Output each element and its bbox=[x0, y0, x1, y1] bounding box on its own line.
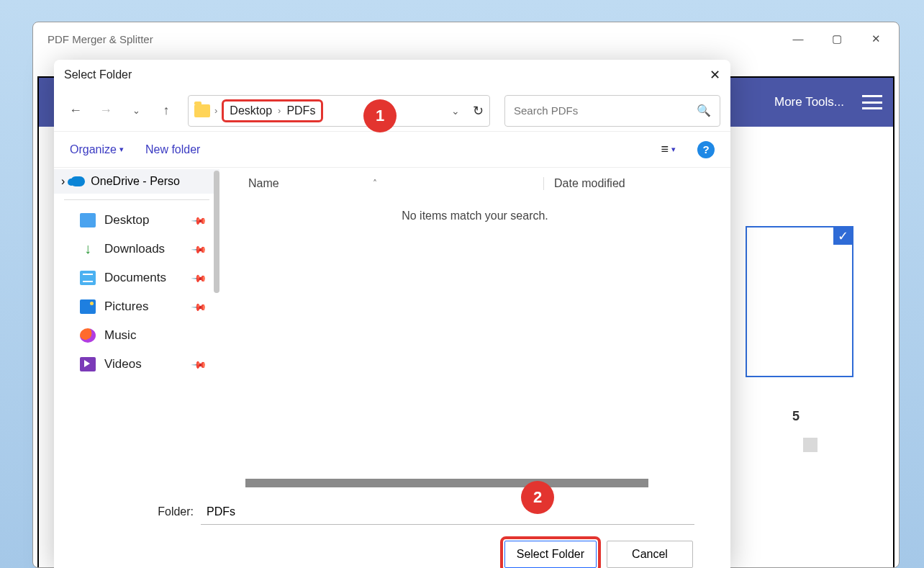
dialog-title: Select Folder bbox=[64, 68, 132, 81]
sidebar-item-onedrive[interactable]: › OneDrive - Perso bbox=[54, 169, 219, 194]
sidebar-item-desktop[interactable]: Desktop📌 bbox=[54, 206, 219, 235]
pdf-thumbnail[interactable]: ✓ bbox=[746, 226, 853, 377]
pin-icon: 📌 bbox=[191, 240, 207, 257]
horizontal-scrollbar[interactable] bbox=[219, 479, 730, 487]
more-tools-button[interactable]: More Tools... bbox=[774, 95, 844, 109]
divider bbox=[64, 199, 209, 200]
dialog-titlebar: Select Folder ✕ bbox=[54, 60, 730, 90]
download-icon: ↓ bbox=[80, 242, 96, 256]
pictures-icon bbox=[80, 299, 96, 314]
minimize-button[interactable]: — bbox=[789, 32, 807, 45]
nav-forward-button[interactable]: → bbox=[94, 99, 117, 122]
column-headers: Name˄ Date modified bbox=[219, 168, 730, 199]
pin-icon: 📌 bbox=[191, 298, 207, 315]
pin-icon: 📌 bbox=[191, 356, 207, 372]
chevron-right-icon: › bbox=[214, 105, 217, 116]
sidebar-item-label: Downloads bbox=[104, 242, 165, 256]
breadcrumb-pdfs[interactable]: PDFs bbox=[286, 104, 315, 117]
sidebar-item-downloads[interactable]: ↓Downloads📌 bbox=[54, 235, 219, 263]
thumbnail-label-fragment: 5 bbox=[792, 409, 800, 424]
annotation-2: 2 bbox=[521, 481, 554, 514]
folder-input[interactable] bbox=[201, 499, 694, 525]
onedrive-icon bbox=[71, 176, 85, 186]
address-dropdown[interactable]: ⌄ bbox=[451, 105, 460, 117]
refresh-button[interactable]: ↻ bbox=[473, 103, 484, 119]
check-icon: ✓ bbox=[833, 227, 852, 245]
sidebar-item-label: Videos bbox=[104, 357, 142, 371]
search-box[interactable]: 🔍 bbox=[504, 95, 720, 127]
help-button[interactable]: ? bbox=[697, 141, 715, 158]
cancel-button[interactable]: Cancel bbox=[607, 541, 693, 568]
annotation-1: 1 bbox=[363, 99, 397, 132]
menu-icon[interactable] bbox=[862, 95, 882, 109]
folder-label: Folder: bbox=[71, 505, 194, 518]
nav-recent-dropdown[interactable]: ⌄ bbox=[124, 99, 148, 122]
search-input[interactable] bbox=[514, 104, 697, 117]
sidebar-item-pictures[interactable]: Pictures📌 bbox=[54, 292, 219, 321]
address-bar[interactable]: › Desktop › PDFs ⌄ ↻ bbox=[188, 95, 490, 127]
sidebar-item-label: Music bbox=[104, 328, 136, 343]
folder-icon bbox=[194, 104, 210, 117]
sidebar-item-videos[interactable]: Videos📌 bbox=[54, 350, 219, 379]
select-folder-button[interactable]: Select Folder bbox=[504, 541, 597, 568]
pin-icon: 📌 bbox=[191, 212, 207, 228]
organize-menu[interactable]: Organize▾ bbox=[70, 143, 124, 156]
empty-message: No items match your search. bbox=[219, 199, 730, 479]
breadcrumb-desktop[interactable]: Desktop bbox=[230, 104, 272, 117]
close-button[interactable]: ✕ bbox=[867, 32, 884, 45]
select-folder-dialog: Select Folder ✕ ← → ⌄ ↑ › Desktop › PDFs… bbox=[54, 60, 730, 568]
view-options-button[interactable]: ≡ ▾ bbox=[661, 142, 676, 157]
sidebar-item-label: Documents bbox=[104, 271, 166, 285]
desktop-icon bbox=[80, 213, 96, 227]
music-icon bbox=[80, 328, 96, 343]
column-date[interactable]: Date modified bbox=[554, 177, 625, 189]
column-name[interactable]: Name bbox=[248, 177, 279, 190]
search-icon[interactable]: 🔍 bbox=[697, 104, 711, 117]
new-folder-button[interactable]: New folder bbox=[145, 143, 200, 156]
sidebar-item-label: Desktop bbox=[104, 213, 149, 227]
dialog-footer: Folder: Select Folder Cancel bbox=[54, 487, 730, 568]
maximize-button[interactable]: ▢ bbox=[828, 32, 846, 45]
videos-icon bbox=[80, 357, 96, 371]
sidebar-item-label: OneDrive - Perso bbox=[91, 175, 180, 188]
chevron-right-icon: › bbox=[278, 105, 281, 116]
nav-sidebar: › OneDrive - Perso Desktop📌 ↓Downloads📌 … bbox=[54, 168, 219, 487]
sidebar-item-documents[interactable]: Documents📌 bbox=[54, 263, 219, 292]
app-title: PDF Merger & Splitter bbox=[47, 33, 153, 45]
pin-icon: 📌 bbox=[191, 269, 207, 286]
thumbnail-scrollbar[interactable] bbox=[803, 438, 817, 452]
sort-arrow-icon: ˄ bbox=[373, 179, 377, 189]
file-list-area: Name˄ Date modified No items match your … bbox=[219, 168, 730, 487]
dialog-close-button[interactable]: ✕ bbox=[710, 67, 720, 83]
breadcrumb-highlight: Desktop › PDFs bbox=[222, 99, 323, 122]
nav-up-button[interactable]: ↑ bbox=[155, 99, 178, 122]
nav-back-button[interactable]: ← bbox=[64, 99, 87, 122]
sidebar-item-label: Pictures bbox=[104, 299, 148, 314]
documents-icon bbox=[80, 271, 96, 285]
dialog-toolbar: Organize▾ New folder ≡ ▾ ? bbox=[54, 132, 730, 168]
sidebar-item-music[interactable]: Music bbox=[54, 321, 219, 350]
chevron-right-icon: › bbox=[61, 175, 65, 188]
app-titlebar: PDF Merger & Splitter — ▢ ✕ bbox=[33, 22, 899, 55]
